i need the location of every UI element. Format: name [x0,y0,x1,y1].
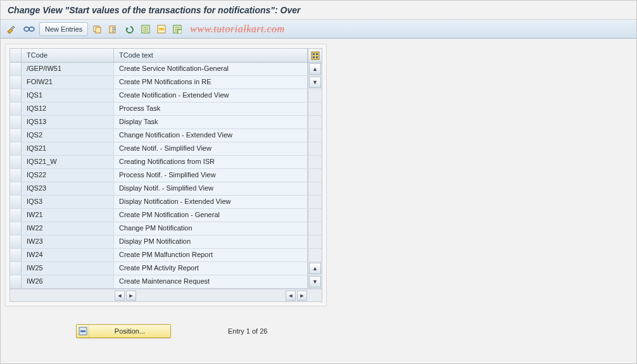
page-title: Change View "Start values of the transac… [8,5,300,15]
horizontal-scrollbar[interactable]: ◄ ► ◄ ► [10,289,322,301]
cell-tcode[interactable]: IQS21_W [22,156,114,168]
table-body: /GEP/IW51Create Service Notification-Gen… [10,63,322,289]
cell-tcode[interactable]: IW21 [22,209,114,222]
row-selector[interactable] [10,76,22,89]
cell-tcode-text[interactable]: Create Service Notification-General [114,63,308,75]
cell-tcode[interactable]: IQS23 [22,182,114,195]
cell-tcode-text[interactable]: Display PM Notification [114,235,308,248]
table-row[interactable]: IQS21_WCreating Notifications from ISR [10,156,322,169]
scroll-page-up-icon[interactable]: ▼ [309,77,321,88]
table-row[interactable]: IQS22Process Notif. - Simplified View [10,169,322,182]
select-all-icon[interactable] [139,22,153,36]
row-selector[interactable] [10,116,22,129]
table-row[interactable]: IW26Create Maintenance Request▼ [10,275,322,289]
svg-rect-17 [80,330,85,332]
row-selector[interactable] [10,222,22,235]
cell-tcode-text[interactable]: Process Notif. - Simplified View [114,169,308,182]
cell-tcode-text[interactable]: Create PM Activity Report [114,262,308,275]
cell-tcode-text[interactable]: Create PM Malfunction Report [114,249,308,261]
cell-tcode[interactable]: IW26 [22,275,114,288]
scroll-page-down-icon[interactable]: ▲ [309,263,321,274]
position-button-label: Position... [89,327,170,335]
row-selector[interactable] [10,209,22,222]
table-row[interactable]: IQS3Display Notification - Extended View [10,196,322,209]
row-selector[interactable] [10,156,22,168]
cell-tcode-text[interactable]: Create Notif. - Simplified View [114,142,308,155]
cell-tcode-text[interactable]: Creating Notifications from ISR [114,156,308,168]
column-header-text[interactable]: TCode text [114,49,308,62]
row-selector[interactable] [10,182,22,195]
undo-icon[interactable] [122,22,137,36]
scroll-right-end-icon[interactable]: ► [297,291,307,301]
cell-tcode[interactable]: IQS22 [22,169,114,182]
new-entries-button[interactable]: New Entries [39,22,88,36]
table-row[interactable]: IW23Display PM Notification [10,235,322,249]
cell-tcode[interactable]: IQS1 [22,89,114,102]
cell-tcode-text[interactable]: Create Maintenance Request [114,275,308,288]
table-row[interactable]: IQS23Display Notif. - Simplified View [10,182,322,196]
row-selector[interactable] [10,129,22,142]
cell-tcode[interactable]: /GEP/IW51 [22,63,114,75]
cell-tcode-text[interactable]: Change PM Notification [114,222,308,235]
copy-as-icon[interactable] [106,22,120,36]
table-row[interactable]: IW22Change PM Notification [10,222,322,235]
cell-tcode-text[interactable]: Display Notification - Extended View [114,196,308,208]
scroll-up-icon[interactable]: ▲ [309,63,321,75]
table-header: TCode TCode text [10,49,322,63]
table-row[interactable]: FOIW21Create PM Notifications in RE▼ [10,76,322,89]
row-selector[interactable] [10,142,22,155]
cell-tcode-text[interactable]: Create PM Notification - General [114,209,308,222]
table-row[interactable]: IQS1Create Notification - Extended View [10,89,322,103]
cell-tcode[interactable]: IQS21 [22,142,114,155]
cell-tcode-text[interactable]: Create PM Notifications in RE [114,76,308,89]
row-selector[interactable] [10,63,22,75]
column-header-tcode[interactable]: TCode [22,49,114,62]
toggle-display-change-icon[interactable] [4,22,19,36]
row-selector[interactable] [10,89,22,102]
entry-count-label: Entry 1 of 26 [228,327,267,335]
table-row[interactable]: IW21Create PM Notification - General [10,209,322,222]
svg-rect-4 [96,27,101,33]
cell-tcode-text[interactable]: Display Task [114,116,308,129]
cell-tcode[interactable]: FOIW21 [22,76,114,89]
table-row[interactable]: IQS21Create Notif. - Simplified View [10,142,322,156]
row-selector[interactable] [10,249,22,261]
row-selector[interactable] [10,262,22,275]
position-button[interactable]: Position... [76,324,171,338]
row-selector[interactable] [10,275,22,288]
row-selector[interactable] [10,196,22,208]
table-row[interactable]: IQS2Change Notification - Extended View [10,129,322,142]
cell-tcode-text[interactable]: Process Task [114,103,308,115]
cell-tcode[interactable]: IQS12 [22,103,114,115]
cell-tcode[interactable]: IQS2 [22,129,114,142]
cell-tcode[interactable]: IW24 [22,249,114,261]
scroll-right-icon[interactable]: ► [126,291,136,301]
cell-tcode[interactable]: IQS3 [22,196,114,208]
scroll-left-end-icon[interactable]: ◄ [286,291,296,301]
table-row[interactable]: /GEP/IW51Create Service Notification-Gen… [10,63,322,76]
table-row[interactable]: IQS12Process Task [10,103,322,116]
cell-tcode[interactable]: IW25 [22,262,114,275]
cell-tcode-text[interactable]: Change Notification - Extended View [114,129,308,142]
cell-tcode[interactable]: IW23 [22,235,114,248]
cell-tcode-text[interactable]: Create Notification - Extended View [114,89,308,102]
deselect-all-icon[interactable] [170,22,184,36]
svg-rect-10 [178,30,182,34]
cell-tcode[interactable]: IQS13 [22,116,114,129]
select-block-icon[interactable] [155,22,168,36]
row-selector[interactable] [10,169,22,182]
table-row[interactable]: IQS13Display Task [10,116,322,129]
select-all-column[interactable] [10,49,22,62]
svg-rect-15 [316,56,318,58]
cell-tcode[interactable]: IW22 [22,222,114,235]
other-view-icon[interactable] [21,22,37,36]
scroll-down-icon[interactable]: ▼ [309,276,321,287]
table-row[interactable]: IW24Create PM Malfunction Report [10,249,322,262]
table-settings-icon[interactable] [308,49,322,62]
cell-tcode-text[interactable]: Display Notif. - Simplified View [114,182,308,195]
scroll-left-icon[interactable]: ◄ [115,291,125,301]
row-selector[interactable] [10,103,22,115]
row-selector[interactable] [10,235,22,248]
table-row[interactable]: IW25Create PM Activity Report▲ [10,262,322,275]
copy-icon[interactable] [90,22,104,36]
